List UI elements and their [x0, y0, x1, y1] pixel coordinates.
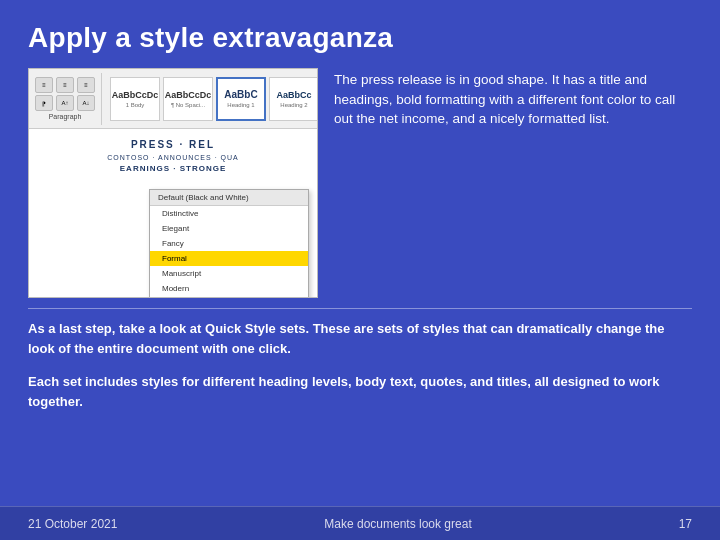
ribbon-paragraph-group: ≡ ≡ ≡ ⁋ A↑ A↓ Paragraph — [35, 73, 102, 125]
style-boxes: AaBbCcDc 1 Body AaBbCcDc ¶ No Spaci... A… — [110, 77, 318, 121]
footer-page: 17 — [679, 517, 692, 531]
ribbon-paragraph-label: Paragraph — [49, 113, 82, 120]
doc-earnings: EARNINGS · STRONGE — [39, 164, 307, 173]
style-box-nospace[interactable]: AaBbCcDc ¶ No Spaci... — [163, 77, 213, 121]
style-box-heading1[interactable]: AaBbC Heading 1 — [216, 77, 266, 121]
ribbon-icon-3[interactable]: ≡ — [77, 77, 95, 93]
style-box-heading1-label: Heading 1 — [227, 102, 254, 108]
doc-press-release: PRESS · REL — [39, 139, 307, 150]
doc-area: Default (Black and White) Distinctive El… — [29, 129, 317, 297]
footer-center: Make documents look great — [324, 517, 471, 531]
style-box-body[interactable]: AaBbCcDc 1 Body — [110, 77, 160, 121]
dropdown-header: Default (Black and White) — [150, 190, 308, 206]
style-box-heading2-label: Heading 2 — [280, 102, 307, 108]
body-para-1: As a last step, take a look at Quick Sty… — [28, 319, 692, 358]
style-box-nospace-label: ¶ No Spaci... — [171, 102, 205, 108]
body-para-2: Each set includes styles for different h… — [28, 372, 692, 411]
ribbon-icon-5[interactable]: A↑ — [56, 95, 74, 111]
dropdown-item-simple[interactable]: Simple — [150, 296, 308, 298]
screenshot-container: ≡ ≡ ≡ ⁋ A↑ A↓ Paragraph AaBbCcDc 1 — [28, 68, 318, 298]
style-box-nospace-text: AaBbCcDc — [165, 90, 212, 100]
doc-contoso: CONTOSO · ANNOUNCES · QUA — [39, 154, 307, 161]
body-text-area: As a last step, take a look at Quick Sty… — [28, 308, 692, 411]
style-box-body-label: 1 Body — [126, 102, 145, 108]
content-area: ≡ ≡ ≡ ⁋ A↑ A↓ Paragraph AaBbCcDc 1 — [28, 68, 692, 298]
dropdown-item-elegant[interactable]: Elegant — [150, 221, 308, 236]
ribbon-icon-6[interactable]: A↓ — [77, 95, 95, 111]
ribbon-icon-1[interactable]: ≡ — [35, 77, 53, 93]
style-box-body-text: AaBbCcDc — [112, 90, 159, 100]
style-box-heading2-text: AaBbCc — [276, 90, 311, 100]
dropdown-item-fancy[interactable]: Fancy — [150, 236, 308, 251]
slide: Apply a style extravaganza ≡ ≡ ≡ ⁋ A↑ A↓ — [0, 0, 720, 540]
footer-date: 21 October 2021 — [28, 517, 117, 531]
style-box-heading1-text: AaBbC — [224, 89, 257, 100]
info-text: The press release is in good shape. It h… — [334, 70, 692, 129]
ribbon: ≡ ≡ ≡ ⁋ A↑ A↓ Paragraph AaBbCcDc 1 — [29, 69, 317, 129]
info-panel: The press release is in good shape. It h… — [334, 68, 692, 298]
style-set-dropdown: Default (Black and White) Distinctive El… — [149, 189, 309, 298]
page-title: Apply a style extravaganza — [28, 22, 692, 54]
ribbon-icon-2[interactable]: ≡ — [56, 77, 74, 93]
footer-bar: 21 October 2021 Make documents look grea… — [0, 506, 720, 540]
ribbon-icon-4[interactable]: ⁋ — [35, 95, 53, 111]
ribbon-icons: ≡ ≡ ≡ — [35, 77, 95, 93]
dropdown-item-formal[interactable]: Formal — [150, 251, 308, 266]
style-box-heading2[interactable]: AaBbCc Heading 2 — [269, 77, 318, 121]
dropdown-item-manuscript[interactable]: Manuscript — [150, 266, 308, 281]
dropdown-item-modern[interactable]: Modern — [150, 281, 308, 296]
ribbon-icons-2: ⁋ A↑ A↓ — [35, 95, 95, 111]
dropdown-item-distinctive[interactable]: Distinctive — [150, 206, 308, 221]
